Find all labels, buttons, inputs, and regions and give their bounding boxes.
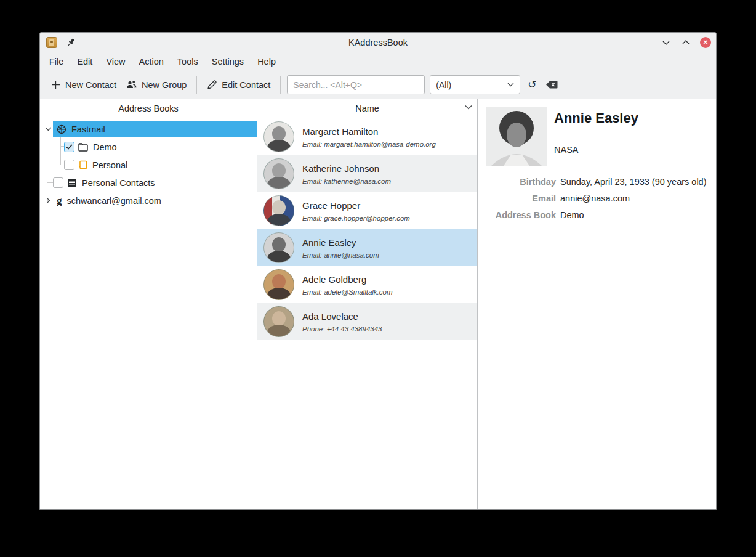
- clear-search-button[interactable]: [544, 77, 560, 93]
- contact-avatar: [263, 158, 294, 189]
- menu-action[interactable]: Action: [132, 54, 171, 69]
- sidebar-item-personal-contacts[interactable]: Personal Contacts: [40, 174, 257, 192]
- maximize-button[interactable]: [680, 37, 691, 48]
- google-icon: g: [57, 195, 62, 207]
- sort-chevron-down-icon: [465, 105, 472, 110]
- detail-field-email: Email annie@nasa.com: [486, 193, 707, 204]
- contact-name: Grace Hopper: [302, 200, 410, 211]
- sidebar-item-label: Fastmail: [71, 124, 105, 134]
- demo-checkbox[interactable]: [64, 142, 74, 152]
- contact-name: Margaret Hamilton: [302, 126, 436, 137]
- detail-field-address-book: Address Book Demo: [486, 209, 707, 221]
- notebook-icon: [78, 160, 87, 169]
- minimize-button[interactable]: [661, 37, 672, 48]
- new-contact-button[interactable]: New Contact: [46, 76, 121, 94]
- sidebar-item-demo[interactable]: Demo: [40, 138, 257, 156]
- personal-checkbox[interactable]: [64, 160, 74, 170]
- sidebar-item-gmail-account[interactable]: g schwancarl@gmail.com: [40, 192, 257, 209]
- toolbar: New Contact New Group Edit Contact (All)…: [40, 71, 716, 99]
- contact-name: Adele Goldberg: [302, 274, 393, 285]
- expand-chevron-right-icon[interactable]: [43, 197, 53, 204]
- contact-detail-panel: Annie Easley NASA Birthday Sunday, April…: [478, 99, 716, 509]
- new-group-button[interactable]: New Group: [121, 76, 191, 94]
- expand-chevron-down-icon[interactable]: [43, 127, 53, 131]
- edit-contact-button[interactable]: Edit Contact: [202, 76, 275, 94]
- menu-help[interactable]: Help: [251, 54, 283, 69]
- contact-avatar: [263, 232, 294, 263]
- field-label: Birthday: [486, 176, 556, 187]
- toolbar-separator: [280, 76, 281, 94]
- name-header-label: Name: [355, 104, 379, 113]
- undo-search-button[interactable]: ↺: [524, 77, 540, 93]
- menu-file[interactable]: File: [42, 54, 70, 69]
- contact-avatar: [263, 121, 294, 152]
- menu-tools[interactable]: Tools: [171, 54, 205, 69]
- contact-photo: [486, 107, 547, 166]
- detail-fields: Birthday Sunday, April 23, 1933 (90 year…: [486, 176, 707, 221]
- contacts-list-icon: [67, 179, 77, 187]
- chevron-down-icon: [507, 83, 514, 87]
- sidebar-item-personal[interactable]: Personal: [40, 156, 257, 174]
- sidebar-item-label: Demo: [93, 142, 117, 152]
- detail-contact-name: Annie Easley: [554, 110, 638, 126]
- contact-avatar: [263, 306, 294, 337]
- contact-list-panel: Name Margaret Hamilton Email: margaret.h…: [257, 99, 478, 509]
- new-group-label: New Group: [142, 80, 187, 90]
- folder-icon: [78, 143, 88, 152]
- contact-detail: Email: adele@Smalltalk.com: [302, 288, 393, 296]
- contact-detail: Email: grace.hopper@hopper.com: [302, 214, 410, 222]
- contact-detail: Email: annie@nasa.com: [302, 251, 379, 259]
- sidebar-item-label: schwancarl@gmail.com: [67, 196, 161, 206]
- kaddressbook-window: KAddressBook ✕ File Edit View Action Too…: [39, 32, 717, 510]
- address-books-tree: Fastmail Demo: [40, 118, 257, 209]
- personal-contacts-checkbox[interactable]: [53, 177, 63, 188]
- contact-row-adele-goldberg[interactable]: Adele Goldberg Email: adele@Smalltalk.co…: [257, 266, 477, 303]
- window-title: KAddressBook: [40, 38, 716, 47]
- field-value: Sunday, April 23, 1933 (90 years old): [560, 176, 707, 187]
- address-books-panel: Address Books Fastmail: [40, 99, 257, 509]
- field-label: Address Book: [486, 209, 556, 221]
- contact-name: Katherine Johnson: [302, 163, 391, 174]
- globe-icon: [57, 124, 66, 134]
- pencil-icon: [207, 80, 217, 90]
- category-filter-dropdown[interactable]: (All): [430, 75, 520, 94]
- field-label: Email: [486, 193, 556, 204]
- contact-row-grace-hopper[interactable]: Grace Hopper Email: grace.hopper@hopper.…: [257, 192, 477, 229]
- detail-field-birthday: Birthday Sunday, April 23, 1933 (90 year…: [486, 176, 707, 187]
- toolbar-separator: [196, 76, 197, 94]
- clear-backspace-icon: [546, 81, 558, 89]
- contact-row-katherine-johnson[interactable]: Katherine Johnson Email: katherine@nasa.…: [257, 155, 477, 192]
- titlebar[interactable]: KAddressBook ✕: [40, 33, 716, 52]
- contact-name: Ada Lovelace: [302, 311, 382, 322]
- undo-icon: ↺: [528, 79, 536, 90]
- detail-organization: NASA: [554, 145, 638, 155]
- contact-name: Annie Easley: [302, 237, 379, 248]
- edit-contact-label: Edit Contact: [222, 80, 270, 90]
- sidebar-item-label: Personal: [92, 160, 127, 170]
- menu-view[interactable]: View: [99, 54, 132, 69]
- toolbar-separator: [565, 76, 565, 94]
- address-books-header[interactable]: Address Books: [40, 99, 257, 118]
- new-contact-label: New Contact: [65, 80, 116, 90]
- name-column-header[interactable]: Name: [257, 99, 477, 118]
- contact-detail: Email: margaret.hamilton@nasa-demo.org: [302, 140, 436, 148]
- contact-avatar: [263, 195, 294, 226]
- field-value: Demo: [560, 209, 584, 221]
- group-icon: [126, 80, 137, 89]
- filter-value: (All): [436, 80, 451, 90]
- plus-icon: [51, 80, 60, 89]
- search-input[interactable]: [287, 75, 425, 94]
- field-value: annie@nasa.com: [560, 193, 630, 204]
- contact-row-annie-easley[interactable]: Annie Easley Email: annie@nasa.com: [257, 229, 477, 266]
- main-content: Address Books Fastmail: [40, 99, 716, 509]
- contact-detail: Email: katherine@nasa.com: [302, 177, 391, 185]
- menu-settings[interactable]: Settings: [205, 54, 251, 69]
- sidebar-item-label: Personal Contacts: [82, 178, 155, 188]
- contact-row-ada-lovelace[interactable]: Ada Lovelace Phone: +44 43 43894343: [257, 303, 477, 340]
- sidebar-item-fastmail[interactable]: Fastmail: [40, 120, 257, 138]
- contact-avatar: [263, 269, 294, 300]
- contact-row-margaret-hamilton[interactable]: Margaret Hamilton Email: margaret.hamilt…: [257, 118, 477, 155]
- close-button[interactable]: ✕: [700, 37, 711, 48]
- menu-edit[interactable]: Edit: [70, 54, 99, 69]
- menubar: File Edit View Action Tools Settings Hel…: [40, 52, 716, 71]
